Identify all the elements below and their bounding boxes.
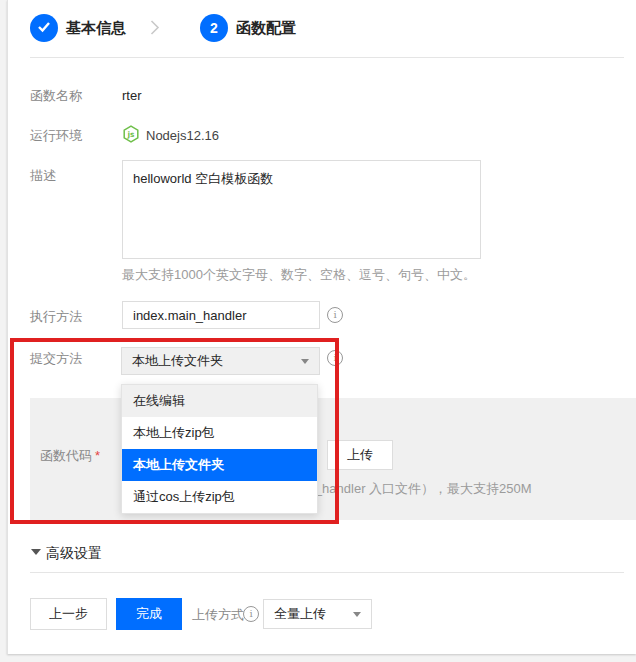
handler-input-value: index.main_handler — [133, 308, 246, 323]
step1-label[interactable]: 基本信息 — [66, 19, 126, 37]
upload-mode-select[interactable]: 全量上传 — [263, 599, 372, 629]
function-code-label: 函数代码* — [40, 448, 100, 463]
upload-button-label: 上传 — [347, 446, 373, 464]
runtime-label: 运行环境 — [30, 128, 82, 143]
caret-down-icon — [301, 359, 309, 364]
menu-item-cos-zip[interactable]: 通过cos上传zip包 — [122, 481, 317, 513]
handler-label: 执行方法 — [30, 309, 82, 324]
function-code-label-text: 函数代码 — [40, 448, 92, 463]
submit-method-info-icon[interactable]: i — [327, 350, 343, 366]
footer-divider — [30, 572, 624, 573]
description-helper-text: 最大支持1000个英文字母、数字、空格、逗号、句号、中文。 — [122, 267, 476, 282]
required-asterisk: * — [95, 448, 100, 463]
finish-button[interactable]: 完成 — [116, 598, 182, 630]
info-icon-glyph: i — [333, 309, 336, 320]
caret-down-icon — [353, 612, 361, 617]
upload-button[interactable]: 上传 — [327, 440, 393, 470]
submit-method-selected-value: 本地上传文件夹 — [132, 352, 223, 370]
step2-number: 2 — [210, 20, 218, 36]
info-icon-glyph: i — [333, 352, 336, 363]
description-textarea[interactable]: helloworld 空白模板函数 — [122, 160, 481, 259]
header-divider — [30, 57, 624, 58]
handler-info-icon[interactable]: i — [327, 307, 343, 323]
submit-method-dropdown-menu: 在线编辑 本地上传zip包 本地上传文件夹 通过cos上传zip包 — [121, 384, 318, 514]
menu-item-local-zip[interactable]: 本地上传zip包 — [122, 417, 317, 449]
menu-item-online-edit[interactable]: 在线编辑 — [122, 385, 317, 417]
step1-done-check-circle — [30, 14, 58, 42]
handler-input[interactable]: index.main_handler — [122, 301, 320, 329]
submit-method-label: 提交方法 — [30, 351, 82, 366]
description-label: 描述 — [30, 168, 56, 183]
upload-mode-label: 上传方式 — [192, 607, 244, 623]
previous-step-label: 上一步 — [49, 605, 88, 623]
runtime-value: Nodejs12.16 — [146, 128, 219, 143]
submit-method-select[interactable]: 本地上传文件夹 — [121, 347, 320, 375]
nodejs-icon: js — [122, 125, 140, 147]
check-icon — [37, 20, 51, 36]
step2-number-circle: 2 — [200, 14, 228, 42]
function-name-label: 函数名称 — [30, 88, 82, 103]
chevron-right-icon — [150, 19, 160, 40]
svg-text:js: js — [126, 130, 135, 139]
menu-item-local-folder[interactable]: 本地上传文件夹 — [122, 449, 317, 481]
upload-mode-selected-value: 全量上传 — [274, 605, 326, 623]
upload-mode-info-icon[interactable]: i — [243, 606, 259, 622]
step2-label: 函数配置 — [236, 19, 296, 37]
function-name-value: rter — [122, 88, 142, 103]
previous-step-button[interactable]: 上一步 — [30, 598, 107, 630]
advanced-collapse-triangle-icon — [31, 549, 41, 555]
info-icon-glyph: i — [249, 608, 252, 619]
finish-label: 完成 — [136, 605, 162, 623]
advanced-settings-toggle[interactable]: 高级设置 — [46, 545, 102, 561]
